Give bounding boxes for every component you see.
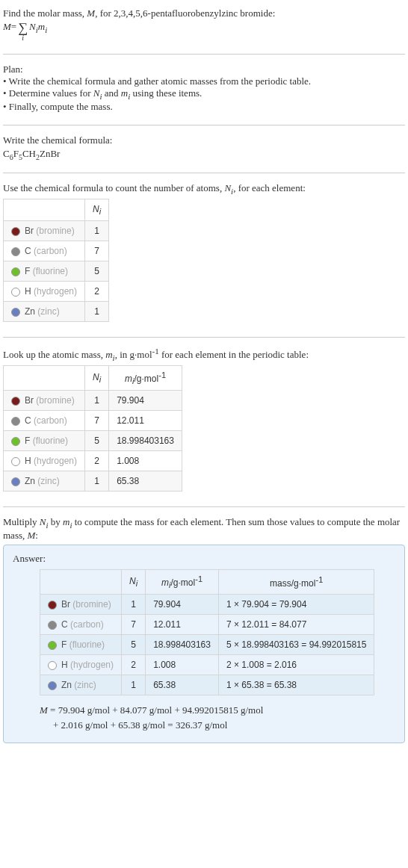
intro-text-2: , for 2,3,4,5,6-pentafluorobenzylzinc br… bbox=[95, 7, 275, 19]
n-cell: 5 bbox=[122, 635, 146, 655]
col-mass: mass/g·mol-1 bbox=[218, 570, 374, 595]
intro-equation: M = ∑ i Ni mi bbox=[3, 21, 405, 42]
col-mi: mi/g·mol-1 bbox=[146, 570, 219, 595]
answer-table: Ni mi/g·mol-1 mass/g·mol-1 Br (bromine) … bbox=[40, 569, 374, 695]
sigma-symbol: ∑ bbox=[18, 21, 28, 34]
m-cell: 1.008 bbox=[109, 451, 182, 471]
divider bbox=[3, 125, 405, 125]
divider bbox=[3, 173, 405, 173]
swatch-icon bbox=[48, 661, 57, 670]
table-header-row: Ni mi/g·mol-1 mass/g·mol-1 bbox=[40, 570, 374, 595]
m-cell: 79.904 bbox=[146, 595, 219, 615]
final-equation: M = 79.904 g/mol + 84.077 g/mol + 94.992… bbox=[40, 703, 395, 732]
answer-inner: Ni mi/g·mol-1 mass/g·mol-1 Br (bromine) … bbox=[13, 569, 395, 732]
swatch-icon bbox=[11, 227, 20, 236]
n-cell: 7 bbox=[122, 615, 146, 635]
table-row: F (fluorine) 5 18.998403163 bbox=[4, 431, 182, 451]
n-cell: 1 bbox=[122, 595, 146, 615]
n-cell: 7 bbox=[85, 241, 109, 261]
table-row: Zn (zinc) 1 65.38 1 × 65.38 = 65.38 bbox=[40, 675, 374, 695]
plan-bullet-1: • Write the chemical formula and gather … bbox=[3, 75, 405, 87]
plan-bullet-2: • Determine values for Ni and mi using t… bbox=[3, 87, 405, 101]
table-row: Zn (zinc) 1 bbox=[4, 302, 109, 322]
swatch-icon bbox=[48, 641, 57, 650]
m-cell: 65.38 bbox=[109, 471, 182, 492]
m-cell: 12.011 bbox=[109, 411, 182, 431]
swatch-icon bbox=[48, 601, 57, 610]
table-row: C (carbon) 7 12.011 7 × 12.011 = 84.077 bbox=[40, 615, 374, 635]
col-blank bbox=[4, 366, 85, 391]
table-row: C (carbon) 7 bbox=[4, 241, 109, 261]
col-ni: Ni bbox=[85, 366, 109, 391]
element-cell: Br (bromine) bbox=[4, 221, 85, 241]
sigma-index: i bbox=[22, 34, 24, 42]
element-cell: Br (bromine) bbox=[4, 391, 85, 411]
intro-line: Find the molar mass, M, for 2,3,4,5,6-pe… bbox=[3, 7, 405, 19]
intro-section: Find the molar mass, M, for 2,3,4,5,6-pe… bbox=[3, 3, 405, 49]
intro-M: M bbox=[87, 7, 95, 19]
table-row: H (hydrogen) 2 bbox=[4, 282, 109, 302]
n-cell: 1 bbox=[85, 391, 109, 411]
element-cell: H (hydrogen) bbox=[4, 451, 85, 471]
plan-section: Plan: • Write the chemical formula and g… bbox=[3, 59, 405, 120]
table-row: C (carbon) 7 12.011 bbox=[4, 411, 182, 431]
lookup-section: Look up the atomic mass, mi, in g·mol-1 … bbox=[3, 342, 405, 502]
swatch-icon bbox=[48, 621, 57, 630]
divider bbox=[3, 54, 405, 55]
swatch-icon bbox=[11, 288, 20, 297]
element-cell: H (hydrogen) bbox=[4, 282, 85, 302]
table-header-row: Ni bbox=[4, 199, 109, 220]
m-cell: 12.011 bbox=[146, 615, 219, 635]
mass-cell: 7 × 12.011 = 84.077 bbox=[218, 615, 374, 635]
element-cell: F (fluorine) bbox=[40, 635, 122, 655]
element-cell: F (fluorine) bbox=[4, 261, 85, 282]
element-cell: C (carbon) bbox=[4, 411, 85, 431]
element-cell: F (fluorine) bbox=[4, 431, 85, 451]
answer-box: Answer: Ni mi/g·mol-1 mass/g·mol-1 Br (b… bbox=[3, 545, 405, 743]
multiply-heading: Multiply Ni by mi to compute the mass fo… bbox=[3, 516, 405, 542]
eq-equals: = bbox=[11, 21, 16, 33]
table-row: Br (bromine) 1 79.904 1 × 79.904 = 79.90… bbox=[40, 595, 374, 615]
eq-M: M bbox=[3, 21, 11, 33]
n-cell: 1 bbox=[122, 675, 146, 695]
m-cell: 18.998403163 bbox=[146, 635, 219, 655]
count-heading: Use the chemical formula to count the nu… bbox=[3, 182, 405, 196]
lookup-table: Ni mi/g·mol-1 Br (bromine) 1 79.904 C (c… bbox=[3, 365, 182, 492]
swatch-icon bbox=[11, 308, 20, 317]
col-blank bbox=[40, 570, 122, 595]
multiply-section: Multiply Ni by mi to compute the mass fo… bbox=[3, 512, 405, 751]
mass-cell: 1 × 79.904 = 79.904 bbox=[218, 595, 374, 615]
m-cell: 1.008 bbox=[146, 655, 219, 675]
chem-formula: C6F5CH2ZnBr bbox=[3, 148, 405, 161]
m-cell: 79.904 bbox=[109, 391, 182, 411]
chem-heading: Write the chemical formula: bbox=[3, 134, 405, 146]
chem-formula-section: Write the chemical formula: C6F5CH2ZnBr bbox=[3, 130, 405, 169]
element-cell: C (carbon) bbox=[40, 615, 122, 635]
n-cell: 1 bbox=[85, 471, 109, 492]
n-cell: 2 bbox=[85, 282, 109, 302]
table-row: H (hydrogen) 2 1.008 2 × 1.008 = 2.016 bbox=[40, 655, 374, 675]
n-cell: 5 bbox=[85, 261, 109, 282]
mass-cell: 2 × 1.008 = 2.016 bbox=[218, 655, 374, 675]
sigma-icon: ∑ i bbox=[18, 21, 28, 42]
table-row: Br (bromine) 1 79.904 bbox=[4, 391, 182, 411]
m-cell: 65.38 bbox=[146, 675, 219, 695]
swatch-icon bbox=[11, 477, 20, 486]
eq-mi: mi bbox=[38, 21, 47, 34]
swatch-icon bbox=[48, 681, 57, 690]
col-mi: mi/g·mol-1 bbox=[109, 366, 182, 391]
m-cell: 18.998403163 bbox=[109, 431, 182, 451]
table-row: Zn (zinc) 1 65.38 bbox=[4, 471, 182, 492]
col-ni: Ni bbox=[85, 199, 109, 220]
table-header-row: Ni mi/g·mol-1 bbox=[4, 366, 182, 391]
n-cell: 1 bbox=[85, 302, 109, 322]
eq-Ni: Ni bbox=[29, 21, 38, 34]
mass-cell: 1 × 65.38 = 65.38 bbox=[218, 675, 374, 695]
divider bbox=[3, 506, 405, 507]
swatch-icon bbox=[11, 247, 20, 256]
element-cell: Br (bromine) bbox=[40, 595, 122, 615]
table-row: H (hydrogen) 2 1.008 bbox=[4, 451, 182, 471]
n-cell: 7 bbox=[85, 411, 109, 431]
table-row: F (fluorine) 5 18.998403163 5 × 18.99840… bbox=[40, 635, 374, 655]
swatch-icon bbox=[11, 267, 20, 276]
